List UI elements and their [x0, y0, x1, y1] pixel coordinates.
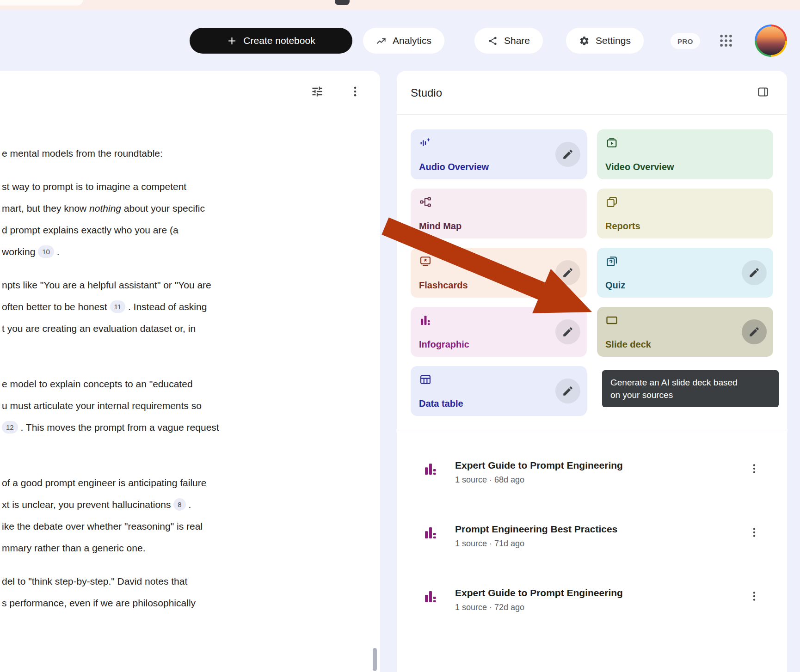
- apps-grid-button[interactable]: [717, 32, 735, 49]
- studio-output-item[interactable]: Prompt Engineering Best Practices1 sourc…: [423, 524, 761, 549]
- settings-button[interactable]: Settings: [566, 28, 644, 54]
- output-item-title: Prompt Engineering Best Practices: [455, 524, 617, 535]
- output-item-menu-button[interactable]: [747, 525, 761, 541]
- text-fragment: .: [54, 246, 60, 257]
- slide-deck-tooltip: Generate an AI slide deck based on your …: [602, 370, 779, 407]
- pencil-icon: [562, 148, 574, 160]
- infographic-icon: [423, 525, 438, 541]
- settings-label: Settings: [596, 35, 631, 46]
- edit-slide-deck-button[interactable]: [742, 319, 767, 344]
- output-item-text: Expert Guide to Prompt Engineering1 sour…: [455, 460, 623, 485]
- studio-card-video-overview[interactable]: Video Overview: [597, 129, 773, 179]
- output-item-menu-button[interactable]: [747, 589, 761, 605]
- browser-top-strip: [0, 0, 800, 10]
- document-line: ike the debate over whether "reasoning" …: [2, 515, 380, 537]
- more-vert-icon: [748, 526, 760, 538]
- edit-infographic-button[interactable]: [555, 319, 580, 344]
- chat-settings-button[interactable]: [308, 82, 326, 102]
- studio-card-slide-deck[interactable]: Slide deck: [597, 307, 773, 357]
- collapse-panel-button[interactable]: [754, 83, 772, 103]
- studio-output-item[interactable]: Expert Guide to Prompt Engineering1 sour…: [423, 587, 761, 612]
- analytics-label: Analytics: [393, 35, 431, 46]
- card-label: Slide deck: [605, 339, 765, 350]
- document-line: xt is unclear, you prevent hallucination…: [2, 494, 380, 515]
- text-fragment: about your specific: [121, 203, 205, 214]
- pencil-icon: [748, 267, 760, 279]
- infographic-icon: [423, 461, 438, 477]
- studio-card-flashcards[interactable]: Flashcards: [411, 248, 587, 298]
- mind-map-icon: [419, 195, 432, 208]
- text-fragment: d prompt explains exactly who you are (a: [2, 225, 178, 235]
- edit-flashcards-button[interactable]: [555, 260, 580, 285]
- italic-text: nothing: [89, 203, 121, 214]
- account-avatar[interactable]: [755, 24, 787, 57]
- edit-audio-overview-button[interactable]: [555, 142, 580, 167]
- more-vert-icon: [349, 85, 362, 98]
- document-line: del to "think step-by-step." David notes…: [2, 570, 380, 592]
- text-fragment: e mental models from the roundtable:: [2, 148, 163, 159]
- document-line: s performance, even if we are philosophi…: [2, 592, 380, 614]
- trending-up-icon: [376, 36, 387, 46]
- text-fragment: . This moves the prompt from a vague req…: [18, 422, 219, 433]
- data-table-icon: [419, 373, 432, 386]
- text-fragment: s performance, even if we are philosophi…: [2, 598, 196, 608]
- edit-quiz-button[interactable]: [742, 260, 767, 285]
- card-label: Video Overview: [605, 162, 765, 172]
- document-line: npts like "You are a helpful assistant" …: [2, 274, 380, 296]
- scrollbar-thumb[interactable]: [373, 648, 377, 671]
- edit-data-table-button[interactable]: [555, 379, 580, 403]
- chat-panel-menu-button[interactable]: [346, 82, 364, 102]
- citation-badge[interactable]: 11: [110, 300, 126, 313]
- studio-card-infographic[interactable]: Infographic: [411, 307, 587, 357]
- create-notebook-button[interactable]: Create notebook: [190, 28, 352, 54]
- more-vert-icon: [748, 463, 760, 475]
- paragraph: e mental models from the roundtable:: [2, 142, 380, 164]
- create-notebook-label: Create notebook: [243, 35, 315, 46]
- share-icon: [487, 36, 498, 46]
- output-item-title: Expert Guide to Prompt Engineering: [455, 587, 623, 599]
- document-line: working 10 .: [2, 241, 380, 263]
- card-label: Quiz: [605, 280, 765, 291]
- studio-output-item[interactable]: Expert Guide to Prompt Engineering1 sour…: [423, 460, 761, 485]
- quiz-icon: [605, 255, 618, 268]
- citation-badge[interactable]: 10: [38, 245, 54, 258]
- studio-card-mind-map[interactable]: Mind Map: [411, 189, 587, 238]
- studio-header: Studio: [397, 71, 787, 115]
- text-fragment: . Instead of asking: [125, 301, 207, 312]
- plus-icon: [227, 36, 237, 46]
- output-item-text: Prompt Engineering Best Practices1 sourc…: [455, 524, 617, 549]
- output-item-meta: 1 source · 71d ago: [455, 539, 617, 549]
- text-fragment: ike the debate over whether "reasoning" …: [2, 521, 203, 531]
- citation-badge[interactable]: 8: [173, 498, 185, 511]
- pencil-icon: [562, 326, 574, 338]
- studio-card-reports[interactable]: Reports: [597, 189, 773, 238]
- document-content: e mental models from the roundtable:st w…: [0, 142, 380, 614]
- chat-panel-header: [0, 71, 380, 114]
- paragraph: of a good prompt engineer is anticipatin…: [2, 472, 380, 559]
- card-label: Flashcards: [419, 280, 578, 291]
- text-fragment: t you are creating an evaluation dataset…: [2, 323, 196, 334]
- studio-card-data-table[interactable]: Data table: [411, 366, 587, 416]
- slide-deck-icon: [605, 314, 618, 327]
- text-fragment: working: [2, 246, 38, 257]
- text-fragment: xt is unclear, you prevent hallucination…: [2, 499, 173, 510]
- studio-card-quiz[interactable]: Quiz: [597, 248, 773, 298]
- document-line: e mental models from the roundtable:: [2, 142, 380, 164]
- chat-panel: e mental models from the roundtable:st w…: [0, 71, 380, 672]
- studio-card-audio-overview[interactable]: Audio Overview: [411, 129, 587, 179]
- citation-badge[interactable]: 12: [2, 421, 18, 434]
- output-item-menu-button[interactable]: [747, 462, 761, 477]
- pencil-icon: [562, 267, 574, 279]
- card-label: Reports: [605, 221, 765, 232]
- tune-icon: [311, 85, 324, 98]
- notebooklm-app: Create notebook Analytics Share Settings…: [0, 0, 800, 672]
- document-line: d prompt explains exactly who you are (a: [2, 219, 380, 241]
- share-button[interactable]: Share: [474, 28, 543, 54]
- analytics-button[interactable]: Analytics: [363, 28, 444, 54]
- text-fragment: often better to be honest: [2, 301, 110, 312]
- gear-icon: [579, 36, 590, 46]
- more-vert-icon: [748, 590, 760, 602]
- paragraph: del to "think step-by-step." David notes…: [2, 570, 380, 614]
- document-line: e model to explain concepts to an "educa…: [2, 373, 380, 395]
- text-fragment: mart, but they know: [2, 203, 89, 214]
